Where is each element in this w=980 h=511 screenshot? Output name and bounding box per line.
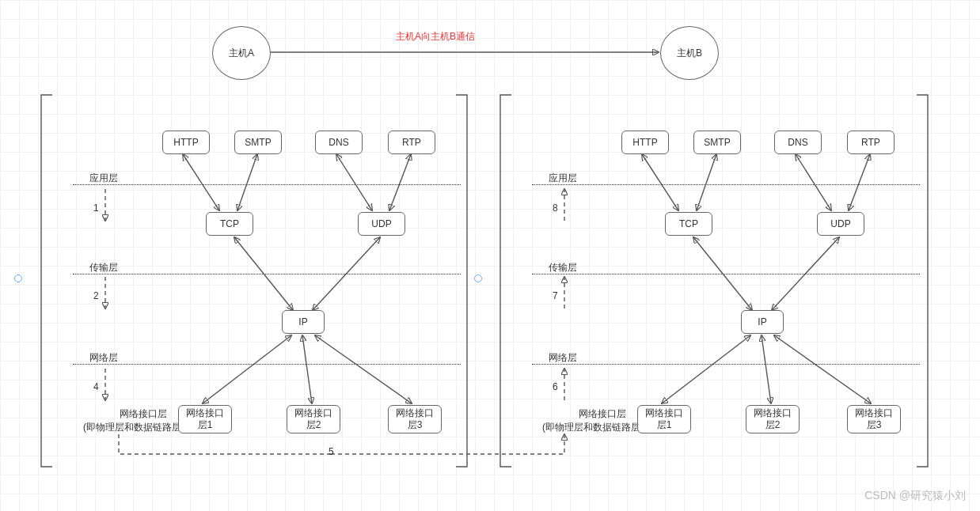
proto-ip-a[interactable]: IP (282, 310, 325, 334)
title-red: 主机A向主机B通信 (396, 30, 475, 44)
sep-app-b (532, 184, 920, 185)
sep-trans-b (532, 274, 920, 274)
step-1: 1 (93, 203, 99, 214)
svg-line-7 (203, 335, 291, 403)
svg-line-8 (302, 335, 312, 403)
step-5: 5 (329, 446, 334, 457)
proto-ip-b[interactable]: IP (741, 310, 784, 334)
sep-trans-a (73, 274, 461, 274)
proto-smtp-b[interactable]: SMTP (693, 131, 741, 154)
svg-line-18 (774, 335, 871, 403)
layer-app-b: 应用层 (549, 172, 577, 185)
iface3-a[interactable]: 网络接口层3 (388, 405, 442, 433)
layer-network-b: 网络层 (549, 351, 577, 365)
step-2: 2 (93, 290, 99, 301)
iface1-b[interactable]: 网络接口层1 (637, 405, 691, 433)
iface3-b[interactable]: 网络接口层3 (847, 405, 901, 433)
svg-line-2 (237, 154, 257, 210)
sep-net-a (73, 364, 461, 365)
layer-app-a: 应用层 (89, 172, 118, 185)
layer-network-a: 网络层 (89, 351, 118, 365)
layer-transport-b: 传输层 (549, 261, 577, 274)
arrows-layer (0, 0, 980, 511)
svg-line-16 (662, 335, 750, 403)
iface1-a[interactable]: 网络接口层1 (178, 405, 232, 433)
host-b-node: 主机B (660, 26, 719, 80)
diagram-canvas: 主机A 主机B 主机A向主机B通信 应用层 传输层 网络层 网络接口层 (即物理… (0, 0, 980, 511)
svg-line-12 (796, 154, 831, 210)
layer-transport-a: 传输层 (89, 261, 118, 274)
proto-smtp-a[interactable]: SMTP (234, 131, 282, 154)
sep-app-a (73, 184, 461, 185)
proto-tcp-a[interactable]: TCP (206, 212, 253, 236)
proto-tcp-b[interactable]: TCP (665, 212, 712, 236)
proto-dns-b[interactable]: DNS (774, 131, 822, 154)
iface-title-a: 网络接口层 (120, 408, 167, 419)
step-7: 7 (553, 290, 558, 301)
iface2-b[interactable]: 网络接口层2 (746, 405, 800, 433)
selection-handle-right[interactable] (474, 274, 482, 282)
step-4: 4 (93, 381, 99, 392)
iface2-a[interactable]: 网络接口层2 (287, 405, 340, 433)
svg-line-10 (642, 154, 678, 210)
svg-line-4 (389, 154, 411, 210)
sep-net-b (532, 364, 920, 365)
svg-line-11 (697, 154, 716, 210)
proto-rtp-b[interactable]: RTP (847, 131, 895, 154)
proto-http-a[interactable]: HTTP (162, 131, 210, 154)
iface-title-b: 网络接口层 (579, 408, 626, 419)
proto-dns-a[interactable]: DNS (315, 131, 363, 154)
svg-line-3 (336, 154, 372, 210)
step-6: 6 (553, 381, 558, 392)
host-a-node: 主机A (212, 26, 271, 80)
proto-rtp-a[interactable]: RTP (388, 131, 435, 154)
proto-udp-a[interactable]: UDP (358, 212, 405, 236)
svg-line-17 (762, 335, 771, 403)
host-a-label: 主机A (229, 47, 254, 60)
svg-line-1 (183, 154, 219, 210)
proto-http-b[interactable]: HTTP (621, 131, 669, 154)
selection-handle-left[interactable] (14, 274, 22, 282)
proto-udp-b[interactable]: UDP (817, 212, 864, 236)
host-b-label: 主机B (677, 47, 702, 60)
svg-line-9 (315, 335, 412, 403)
step-8: 8 (553, 203, 558, 214)
svg-line-13 (849, 154, 870, 210)
watermark: CSDN @研究猿小刘 (864, 489, 966, 503)
